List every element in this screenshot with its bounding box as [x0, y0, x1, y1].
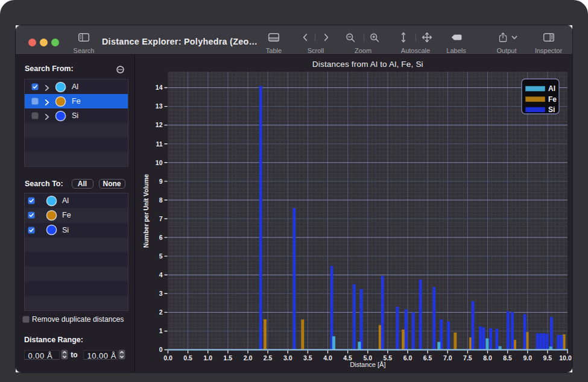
svg-text:8.5: 8.5 [503, 354, 512, 362]
svg-text:8.0: 8.0 [483, 354, 492, 362]
svg-text:Distance [Å]: Distance [Å] [350, 361, 385, 368]
svg-text:6: 6 [159, 234, 163, 241]
svg-text:6.0: 6.0 [403, 354, 413, 362]
svg-text:Si: Si [548, 105, 555, 114]
svg-text:13: 13 [156, 102, 163, 110]
svg-text:6.5: 6.5 [423, 354, 432, 362]
svg-text:4.5: 4.5 [343, 354, 352, 362]
svg-text:3: 3 [159, 290, 163, 297]
svg-text:8: 8 [159, 196, 163, 204]
svg-text:12: 12 [156, 121, 163, 128]
svg-text:10: 10 [156, 159, 163, 166]
svg-text:0.5: 0.5 [183, 354, 192, 362]
svg-text:10.0: 10.0 [559, 354, 572, 362]
svg-text:7: 7 [159, 215, 163, 222]
svg-text:1.5: 1.5 [224, 354, 233, 362]
svg-text:5: 5 [159, 252, 163, 260]
svg-text:0: 0 [159, 346, 163, 353]
svg-text:Distances from Al to Al, Fe, S: Distances from Al to Al, Fe, Si [312, 60, 423, 69]
svg-text:3.5: 3.5 [303, 354, 312, 362]
svg-text:1.0: 1.0 [203, 354, 212, 362]
svg-text:3.0: 3.0 [283, 354, 292, 362]
svg-text:1: 1 [159, 327, 163, 334]
svg-text:Al: Al [548, 84, 555, 93]
svg-text:2.0: 2.0 [244, 354, 253, 362]
svg-text:9: 9 [159, 178, 163, 185]
svg-text:Number per Unit Volume: Number per Unit Volume [142, 174, 150, 248]
svg-text:7.5: 7.5 [463, 354, 472, 362]
svg-text:4: 4 [159, 271, 163, 278]
svg-text:2: 2 [159, 308, 163, 316]
svg-text:0.0: 0.0 [163, 354, 172, 362]
svg-text:2.5: 2.5 [264, 354, 273, 362]
svg-text:Fe: Fe [548, 95, 557, 104]
svg-text:9.5: 9.5 [543, 354, 552, 362]
svg-text:5.0: 5.0 [363, 354, 372, 362]
svg-text:4.0: 4.0 [323, 354, 332, 362]
svg-text:5.5: 5.5 [384, 354, 393, 362]
svg-text:11: 11 [156, 140, 162, 148]
svg-text:14: 14 [156, 84, 163, 91]
svg-text:9.0: 9.0 [523, 354, 532, 362]
svg-text:7.0: 7.0 [443, 354, 452, 362]
